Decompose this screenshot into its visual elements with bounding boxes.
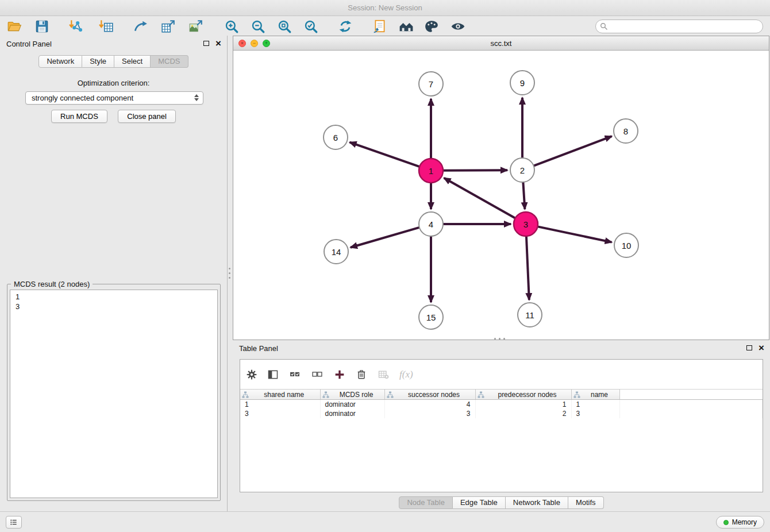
close-table-panel-icon[interactable]: × [759,345,764,351]
graph-edge-3-10[interactable] [538,226,612,242]
graph-edge-4-14[interactable] [351,228,419,248]
close-panel-icon[interactable]: × [215,40,221,47]
show-column-button[interactable] [267,369,279,380]
zoom-in-button[interactable] [223,18,240,35]
graph-node-label: 11 [525,310,534,320]
table-header-row: shared name MCDS role [240,390,763,400]
float-panel-icon[interactable] [203,41,209,46]
zoom-out-button[interactable] [249,18,267,35]
tab-select[interactable]: Select [114,55,151,68]
table-cell[interactable]: 3 [571,409,619,418]
column-settings-button[interactable] [246,369,257,380]
tab-motifs[interactable]: Motifs [568,496,604,509]
search-input[interactable] [595,20,763,33]
task-history-button[interactable] [6,516,22,529]
select-all-button[interactable] [288,369,301,380]
add-row-button[interactable] [333,368,346,381]
table-cell[interactable]: dominator [320,400,384,409]
zoom-out-icon [251,19,265,34]
export-table-button[interactable] [160,18,177,35]
export-image-icon [188,19,203,34]
column-edit-icon [242,391,249,398]
graph-edge-2-3[interactable] [523,182,525,209]
column-header-name[interactable]: name [571,390,619,400]
column-header-mcds-role[interactable]: MCDS role [320,390,384,400]
fx-icon: f(x) [399,369,413,380]
mcds-result-line: 3 [16,302,212,311]
column-label: name [591,391,608,399]
list-icon [10,518,18,527]
zoom-fit-button[interactable] [276,18,293,35]
close-panel-button[interactable]: Close panel [118,110,176,123]
export-network-button[interactable] [132,18,149,35]
float-table-panel-icon[interactable] [746,345,752,350]
export-table-icon [161,19,176,34]
graph-edge-2-8[interactable] [534,136,612,165]
graph-node-label: 1 [429,166,433,176]
graph-edge-1-2[interactable] [443,170,507,171]
document-icon [372,19,387,34]
close-window-icon[interactable]: × [238,40,246,47]
minimize-window-icon[interactable]: − [251,40,258,47]
home-icon [399,19,414,34]
table-row[interactable]: 3dominator323 [240,409,763,418]
graph-node-label: 8 [623,126,628,136]
run-mcds-button[interactable]: Run MCDS [51,110,107,123]
control-panel-tabs: Network Style Select MCDS [38,55,188,68]
delete-row-button[interactable] [356,369,367,380]
show-details-button[interactable] [449,18,467,35]
network-window-titlebar[interactable]: × − + scc.txt [233,36,769,51]
graph-edge-3-1[interactable] [444,178,515,218]
table-cell[interactable]: 1 [475,400,571,409]
tab-network[interactable]: Network [38,55,82,68]
memory-button[interactable]: Memory [716,516,764,529]
tab-node-table[interactable]: Node Table [399,496,453,509]
column-edit-icon [478,391,484,398]
table-row[interactable]: 1dominator411 [240,400,763,409]
apply-layout-button[interactable] [337,18,354,35]
tab-edge-table[interactable]: Edge Table [453,496,506,509]
function-builder-button[interactable]: f(x) [399,369,413,380]
graph-edge-3-11[interactable] [526,236,529,300]
save-session-button[interactable] [33,18,51,35]
export-image-button[interactable] [187,18,205,35]
unselect-all-button[interactable] [311,369,324,380]
column-header-predecessor-nodes[interactable]: predecessor nodes [475,390,571,400]
eye-icon [451,19,465,34]
graph-node-label: 3 [523,219,528,229]
zoom-selected-icon [303,19,318,34]
maximize-window-icon[interactable]: + [263,40,270,47]
home-button[interactable] [398,18,415,35]
import-network-icon [69,19,84,34]
zoom-selected-button[interactable] [302,18,319,35]
table-panel-title: Table Panel [239,344,278,353]
delete-table-button[interactable] [377,369,390,380]
table-cell[interactable]: 4 [384,400,475,409]
column-header-successor-nodes[interactable]: successor nodes [384,390,475,400]
network-canvas[interactable]: 7968124314101511 [233,51,769,340]
vertical-splitter-handle[interactable] [229,268,230,269]
table-cell[interactable]: 2 [475,409,571,418]
table-cell[interactable]: 1 [240,400,320,409]
trash-icon [356,369,367,380]
table-cell[interactable]: 3 [240,409,320,418]
tab-style[interactable]: Style [82,55,114,68]
column-header-shared-name[interactable]: shared name [240,390,320,400]
import-table-button[interactable] [98,18,115,35]
criterion-dropdown[interactable]: strongly connected component [25,91,203,105]
memory-label: Memory [732,518,757,526]
mcds-result-list[interactable]: 1 3 [10,290,218,498]
import-network-button[interactable] [68,18,85,35]
table-cell[interactable]: dominator [320,409,384,418]
table-cell[interactable]: 3 [384,409,475,418]
mcds-result-group: MCDS result (2 nodes) 1 3 [7,284,221,501]
report-button[interactable] [371,18,388,35]
horizontal-splitter-handle[interactable] [494,338,496,340]
column-label: successor nodes [408,391,460,399]
style-button[interactable] [423,18,440,35]
graph-edge-1-6[interactable] [350,142,420,167]
table-cell[interactable]: 1 [571,400,619,409]
tab-mcds[interactable]: MCDS [151,55,188,68]
open-session-button[interactable] [6,18,23,35]
tab-network-table[interactable]: Network Table [506,496,568,509]
